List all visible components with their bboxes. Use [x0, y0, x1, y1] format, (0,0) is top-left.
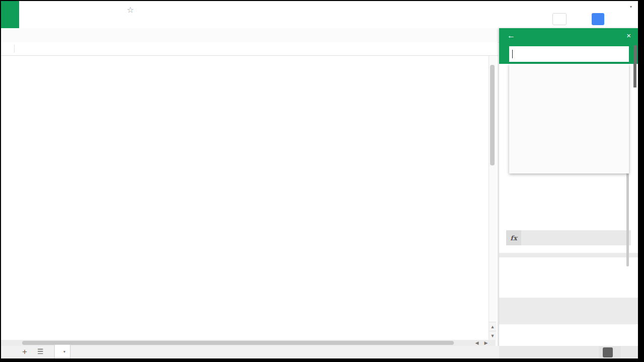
scroll-left-icon[interactable]: ◀ — [473, 340, 481, 346]
close-icon[interactable]: × — [626, 31, 631, 40]
explore-star-icon — [603, 347, 613, 357]
scroll-up-icon[interactable]: ▲ — [489, 322, 496, 331]
sheets-logo-icon[interactable] — [1, 1, 19, 28]
vertical-scrollbar-thumb[interactable] — [490, 65, 495, 165]
account-email[interactable]: ▾ — [453, 3, 632, 9]
text-caret — [512, 50, 513, 58]
add-sheet-button[interactable]: + — [22, 347, 27, 357]
scroll-down-icon[interactable]: ▼ — [489, 331, 496, 340]
horizontal-scrollbar-thumb[interactable] — [22, 341, 454, 345]
comments-button[interactable] — [552, 13, 567, 25]
spreadsheet-grid[interactable] — [1, 55, 496, 341]
account-chevron-icon: ▾ — [630, 5, 632, 9]
sheet-tab-world-cup[interactable]: ▾ — [54, 344, 70, 359]
star-icon[interactable]: ☆ — [127, 5, 134, 15]
share-button[interactable] — [592, 13, 604, 25]
ask-question-input[interactable] — [509, 46, 629, 62]
sheet-bar: + ☰ ▾ — [1, 346, 638, 358]
scroll-right-icon[interactable]: ▶ — [482, 340, 490, 346]
google-sheets-app: { "header": { "title": "Copy of Explore … — [0, 0, 644, 362]
all-sheets-icon[interactable]: ☰ — [37, 347, 43, 355]
formula-row: fx — [506, 230, 631, 245]
explore-button[interactable] — [599, 346, 621, 358]
vertical-scrollbar[interactable]: ▲ ▼ — [489, 56, 496, 340]
horizontal-scrollbar[interactable]: ◀ ▶ — [1, 340, 496, 346]
toolbar — [1, 28, 524, 43]
formula-bar[interactable] — [1, 42, 498, 56]
back-arrow-icon[interactable]: ← — [507, 31, 515, 40]
dropdown-scrollbar-thumb[interactable] — [633, 45, 636, 87]
answers-panel: ← × fx — [499, 28, 638, 358]
sheet-tab-chevron-icon: ▾ — [63, 349, 65, 354]
suggestions-dropdown — [509, 64, 629, 173]
fx-icon: fx — [506, 230, 521, 245]
